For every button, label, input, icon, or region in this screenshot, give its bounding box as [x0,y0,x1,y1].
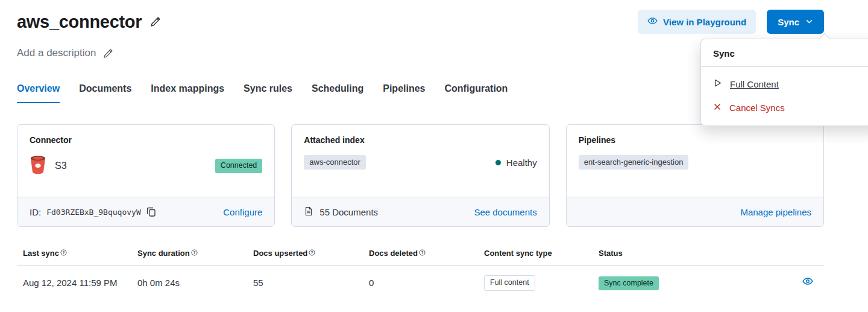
tab-configuration[interactable]: Configuration [445,83,508,103]
svg-text:?: ? [421,250,423,255]
edit-title-pencil-icon[interactable] [150,16,161,27]
svg-text:?: ? [193,250,195,255]
edit-description-pencil-icon[interactable] [103,48,113,59]
sync-popover: Sync Full Content Cancel Syncs [700,39,868,126]
document-icon [304,206,313,218]
cell-sync-duration: 0h 0m 24s [131,266,247,299]
svg-text:?: ? [311,250,313,255]
cell-content-sync-type: Full content [478,266,593,299]
view-in-playground-button[interactable]: View in Playground [638,10,756,34]
chevron-down-icon [805,17,813,27]
connector-card: Connector S3 Connected [17,124,275,227]
cancel-syncs-label: Cancel Syncs [729,103,785,113]
menu-item-full-content[interactable]: Full Content [701,72,868,96]
col-content-sync-type: Content sync type [478,243,593,266]
tab-index-mappings[interactable]: Index mappings [151,83,224,103]
sync-button[interactable]: Sync [767,10,824,34]
col-docs-upserted: Docs upserted? [247,243,363,266]
header-actions: View in Playground Sync [638,10,824,34]
info-icon[interactable]: ? [60,249,67,258]
x-icon [713,103,722,113]
pipelines-card-title: Pipelines [579,135,811,145]
copy-icon[interactable] [146,207,156,217]
col-status: Status [593,243,790,266]
menu-item-cancel-syncs[interactable]: Cancel Syncs [701,96,868,119]
attached-index-card: Attached index aws-connector Healthy 55 … [291,124,549,227]
sync-type-badge: Full content [484,275,535,291]
sync-history-row: Aug 12, 2024 11:59 PM 0h 0m 24s 55 0 Ful… [17,266,824,299]
info-icon[interactable]: ? [309,249,315,258]
health-dot-icon [495,160,501,165]
manage-pipelines-link[interactable]: Manage pipelines [740,207,811,217]
connector-card-title: Connector [30,135,262,145]
sync-popover-title: Sync [701,39,868,67]
tab-sync-rules[interactable]: Sync rules [244,83,292,103]
sync-history-table: Last sync? Sync duration? Docs upserted?… [17,243,824,299]
connected-status-badge: Connected [215,159,262,173]
eye-icon [647,16,658,28]
cell-docs-deleted: 0 [363,266,478,299]
svg-text:?: ? [62,250,64,255]
view-sync-details-eye-icon[interactable] [802,276,813,287]
pipeline-name-badge: ent-search-generic-ingestion [579,155,689,170]
tab-scheduling[interactable]: Scheduling [312,83,363,103]
index-name-badge: aws-connector [304,155,366,170]
info-icon[interactable]: ? [419,249,426,258]
sync-menu: Full Content Cancel Syncs [701,67,868,126]
connector-id-label: ID: [30,207,41,217]
col-last-sync: Last sync? [17,243,131,266]
table-header-row: Last sync? Sync duration? Docs upserted?… [17,243,824,266]
index-health: Healthy [495,158,537,168]
cell-status: Sync complete [593,266,790,299]
connector-id-value: Fd03RZEBxB_9BquqovyW [46,208,141,217]
page-header: aws_connector View in Playground Sync [17,10,824,34]
connector-name: S3 [55,161,67,171]
tab-documents[interactable]: Documents [79,83,131,103]
view-in-playground-label: View in Playground [663,17,746,27]
full-content-label: Full Content [730,79,779,89]
sync-button-label: Sync [778,17,799,27]
tab-overview[interactable]: Overview [17,83,60,103]
play-icon [713,78,722,89]
configure-link[interactable]: Configure [223,207,262,217]
summary-cards: Connector S3 Connected [17,124,824,227]
attached-index-card-title: Attached index [304,135,536,145]
cell-last-sync: Aug 12, 2024 11:59 PM [17,266,131,299]
cell-view-details [790,266,824,299]
sync-status-badge: Sync complete [599,276,659,291]
cell-docs-upserted: 55 [247,266,363,299]
title-wrap: aws_connector [17,12,161,32]
page-title: aws_connector [17,12,142,32]
documents-count: 55 Documents [319,207,378,217]
s3-logo-icon [30,155,46,177]
col-actions [790,243,824,266]
see-documents-link[interactable]: See documents [474,207,536,217]
col-docs-deleted: Docs deleted? [363,243,478,266]
health-status-label: Healthy [506,158,537,168]
info-icon[interactable]: ? [191,249,198,258]
description-placeholder: Add a description [17,47,96,59]
col-sync-duration: Sync duration? [131,243,247,266]
pipelines-card: Pipelines ent-search-generic-ingestion M… [566,124,824,227]
tab-pipelines[interactable]: Pipelines [383,83,425,103]
